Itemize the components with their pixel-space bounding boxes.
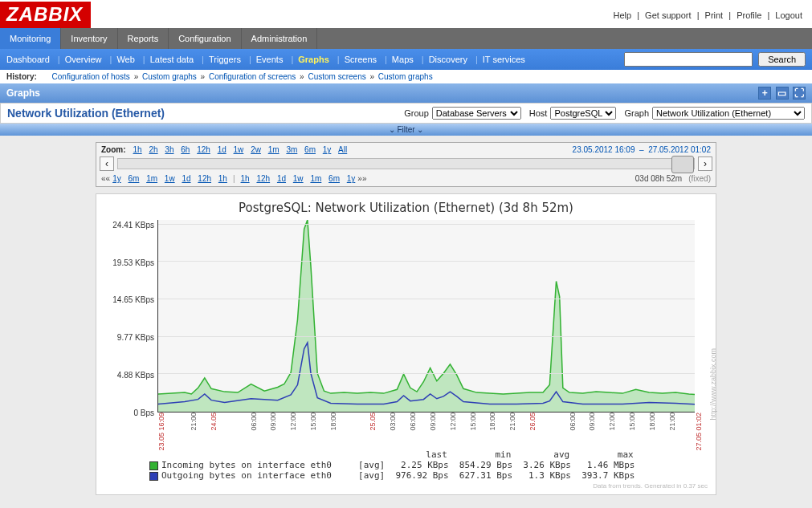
filter-toggle[interactable]: ⌄ Filter ⌄ <box>0 124 812 136</box>
zoom-2w[interactable]: 2w <box>251 145 261 154</box>
shift-back-1h[interactable]: 1h <box>218 174 227 183</box>
timeline: Zoom: 1h 2h 3h 6h 12h 1d 1w 2w 1m 3m 6m … <box>96 142 716 187</box>
nav-tab-administration[interactable]: Administration <box>242 28 318 49</box>
shift-fwd-1m[interactable]: 1m <box>310 174 321 183</box>
nav-tab-configuration[interactable]: Configuration <box>169 28 241 49</box>
subnav-web[interactable]: Web <box>116 55 134 64</box>
chart-svg <box>158 220 695 412</box>
search-button[interactable]: Search <box>758 52 806 67</box>
chart-footer: Data from trends. Generated in 0.37 sec <box>101 481 711 491</box>
view-icon[interactable]: ▭ <box>776 87 789 100</box>
timeline-dates: 23.05.2012 16:09 – 27.05.2012 01:02 <box>573 145 711 154</box>
subnav-it-services[interactable]: IT services <box>483 55 525 64</box>
shift-fwd-all[interactable]: »» <box>357 174 366 183</box>
timeline-duration: 03d 08h 52m <box>635 174 682 183</box>
shift-back-1y[interactable]: 1y <box>112 174 121 183</box>
top-bar: ZABBIX Help | Get support | Print | Prof… <box>0 0 812 28</box>
zoom-3m[interactable]: 3m <box>286 145 297 154</box>
shift-fwd-12h[interactable]: 12h <box>256 174 270 183</box>
nav-tab-reports[interactable]: Reports <box>118 28 169 49</box>
search-input[interactable] <box>624 52 753 67</box>
shift-back-1m[interactable]: 1m <box>146 174 157 183</box>
filter-icon: ⌄ <box>389 125 398 134</box>
zoom-6m[interactable]: 6m <box>304 145 316 154</box>
top-links: Help | Get support | Print | Profile | L… <box>610 10 806 20</box>
y-tick: 14.65 KBps <box>112 295 157 304</box>
shift-back-1w[interactable]: 1w <box>165 174 175 183</box>
history-link[interactable]: Custom screens <box>308 72 365 81</box>
zoom-All[interactable]: All <box>338 145 347 154</box>
zoom-1d[interactable]: 1d <box>218 145 226 154</box>
x-tick: 25.05 <box>369 412 377 431</box>
x-tick: 12:00 <box>449 412 457 431</box>
y-tick: 4.88 KBps <box>117 371 157 380</box>
shift-fwd-1w[interactable]: 1w <box>293 174 304 183</box>
chart-plot <box>157 220 695 412</box>
shift-back-1d[interactable]: 1d <box>182 174 190 183</box>
shift-fwd-1h[interactable]: 1h <box>241 174 250 183</box>
x-tick: 18:00 <box>329 412 337 431</box>
group-select[interactable]: Database Servers <box>432 107 521 120</box>
timeline-next-button[interactable]: › <box>698 156 712 171</box>
x-tick: 03:00 <box>389 412 397 431</box>
host-select[interactable]: PostgreSQL <box>550 107 616 120</box>
x-tick: 27.05 01:02 <box>695 412 703 451</box>
shift-fwd-6m[interactable]: 6m <box>328 174 340 183</box>
subnav-maps[interactable]: Maps <box>392 55 414 64</box>
nav-tab-inventory[interactable]: Inventory <box>61 28 117 49</box>
subnav-screens[interactable]: Screens <box>345 55 377 64</box>
x-tick: 18:00 <box>648 412 656 431</box>
timeline-track[interactable] <box>117 158 695 169</box>
x-tick: 15:00 <box>628 412 636 431</box>
add-icon[interactable]: + <box>758 87 771 100</box>
x-tick: 15:00 <box>309 412 317 431</box>
top-link-get-support[interactable]: Get support <box>645 10 691 20</box>
top-link-print[interactable]: Print <box>705 10 724 20</box>
shift-back-6m[interactable]: 6m <box>128 174 139 183</box>
history-link[interactable]: Configuration of hosts <box>52 72 130 81</box>
shift-fwd-1d[interactable]: 1d <box>277 174 286 183</box>
zoom-1y[interactable]: 1y <box>323 145 332 154</box>
subnav-dashboard[interactable]: Dashboard <box>6 55 50 64</box>
timeline-slider[interactable] <box>671 156 694 173</box>
zoom-1w[interactable]: 1w <box>234 145 244 154</box>
zoom-label: Zoom: <box>101 145 126 154</box>
y-tick: 19.53 KBps <box>112 258 157 266</box>
top-link-help[interactable]: Help <box>613 10 631 20</box>
subnav-latest-data[interactable]: Latest data <box>150 55 194 64</box>
subnav-triggers[interactable]: Triggers <box>209 55 241 64</box>
zoom-6h[interactable]: 6h <box>181 145 190 154</box>
x-tick: 21:00 <box>668 412 676 431</box>
subnav-graphs[interactable]: Graphs <box>298 55 329 64</box>
top-link-profile[interactable]: Profile <box>737 10 761 20</box>
zoom-12h[interactable]: 12h <box>197 145 210 154</box>
zoom-1h[interactable]: 1h <box>133 145 142 154</box>
subnav-events[interactable]: Events <box>256 55 284 64</box>
zoom-1m[interactable]: 1m <box>268 145 280 154</box>
nav-tab-monitoring[interactable]: Monitoring <box>0 28 61 49</box>
x-tick: 18:00 <box>488 412 496 431</box>
zoom-3h[interactable]: 3h <box>165 145 173 154</box>
filter-icon: ⌄ <box>415 125 424 134</box>
zabbix-link: http://www.zabbix.com <box>709 348 717 421</box>
history-link[interactable]: Custom graphs <box>378 72 433 81</box>
x-tick: 06:00 <box>569 412 577 431</box>
section-title: Graphs <box>6 87 40 99</box>
logo: ZABBIX <box>0 2 91 28</box>
timeline-prev-button[interactable]: ‹ <box>100 156 114 171</box>
x-tick: 09:00 <box>588 412 596 431</box>
shift-back-all[interactable]: «« <box>101 174 110 183</box>
graph-select[interactable]: Network Utilization (Ethernet) <box>652 107 805 120</box>
zoom-2h[interactable]: 2h <box>149 145 157 154</box>
subnav-discovery[interactable]: Discovery <box>429 55 467 64</box>
top-link-logout[interactable]: Logout <box>775 10 802 20</box>
shift-back-12h[interactable]: 12h <box>198 174 211 183</box>
history-link[interactable]: Configuration of screens <box>209 72 296 81</box>
fullscreen-icon[interactable]: ⛶ <box>793 87 806 100</box>
shift-fwd-1y[interactable]: 1y <box>347 174 356 183</box>
subnav-overview[interactable]: Overview <box>65 55 102 64</box>
y-tick: 9.77 KBps <box>117 333 157 342</box>
history-row: History: Configuration of hosts » Custom… <box>0 70 812 83</box>
header-icons: + ▭ ⛶ <box>757 87 806 100</box>
history-link[interactable]: Custom graphs <box>142 72 197 81</box>
